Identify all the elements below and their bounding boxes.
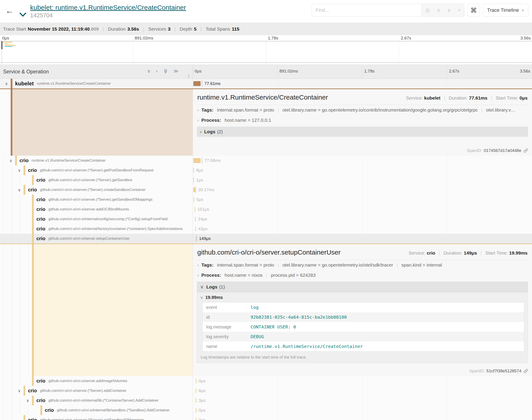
span-name-cell[interactable]: ∨ crio runtime.v1.RuntimeService/CreateC… bbox=[0, 156, 193, 165]
span-row[interactable]: ∨ crio github.com/cri-o/cri-o/server.(*S… bbox=[0, 165, 532, 175]
duration-value: 3.56s bbox=[127, 26, 139, 32]
tags-row[interactable]: › Tags: internal.span.format = proto ote… bbox=[197, 105, 528, 115]
span-bar[interactable] bbox=[193, 187, 195, 192]
span-timeline-cell[interactable]: 0μs bbox=[193, 376, 532, 386]
span-row[interactable]: crio github.com/cri-o/cri-o/server.addIm… bbox=[0, 376, 532, 386]
span-timeline-cell[interactable]: 149μs bbox=[193, 234, 532, 243]
span-timeline-cell[interactable]: 8μs bbox=[193, 165, 532, 175]
span-row[interactable]: crio github.com/cri-o/cri-o/internal/con… bbox=[0, 214, 532, 224]
span-name-cell[interactable]: crio github.com/cri-o/cri-o/server.setup… bbox=[0, 234, 193, 243]
link-icon[interactable] bbox=[524, 369, 528, 373]
chevron-right-icon[interactable]: › bbox=[197, 118, 199, 123]
next-result-icon[interactable]: ∨ bbox=[447, 7, 451, 13]
span-timeline-cell[interactable]: 3μs bbox=[193, 396, 532, 405]
chevron-down-icon[interactable]: ∨ bbox=[18, 388, 24, 393]
span-name-cell[interactable]: crio github.com/cri-o/cri-o/server.(*Ser… bbox=[0, 195, 193, 204]
span-timeline-cell[interactable]: 0μs bbox=[193, 405, 532, 415]
span-bar[interactable] bbox=[196, 378, 196, 383]
process-row[interactable]: › Process: host.name = nixos process.pid… bbox=[197, 270, 528, 280]
clear-find-icon[interactable]: × bbox=[458, 7, 461, 13]
span-row[interactable]: crio github.com/cri-o/cri-o/server.(*Ser… bbox=[0, 415, 532, 420]
span-name-cell[interactable]: crio github.com/cri-o/cri-o/internal/fac… bbox=[0, 224, 193, 234]
span-name-cell[interactable]: ∨ crio github.com/cri-o/cri-o/internal/l… bbox=[0, 396, 193, 405]
span-row[interactable]: crio github.com/cri-o/cri-o/internal/lib… bbox=[0, 405, 532, 415]
span-name-cell[interactable]: ∨ crio github.com/cri-o/cri-o/server.(*S… bbox=[0, 185, 193, 195]
span-id-row: SpanID: 51cf7f38e5128574 bbox=[469, 369, 528, 374]
chevron-down-icon[interactable]: ∨ bbox=[9, 158, 15, 163]
span-row[interactable]: ∨ crio github.com/cri-o/cri-o/server.(*S… bbox=[0, 185, 532, 195]
span-timeline-cell[interactable]: 1μs bbox=[193, 175, 532, 185]
span-name-cell[interactable]: crio github.com/cri-o/cri-o/internal/con… bbox=[0, 214, 193, 224]
span-row[interactable]: crio github.com/cri-o/cri-o/server.(*Ser… bbox=[0, 195, 532, 204]
log-entry-toggle[interactable]: ∨ 19.99ms bbox=[197, 292, 528, 302]
span-name-cell[interactable]: crio github.com/cri-o/cri-o/server.addOC… bbox=[0, 204, 193, 214]
span-name-cell[interactable]: crio github.com/cri-o/cri-o/server.addIm… bbox=[0, 376, 193, 386]
prev-result-icon[interactable]: ∧ bbox=[437, 7, 440, 13]
span-timeline-cell[interactable]: 43μs bbox=[193, 224, 532, 234]
expand-one-icon[interactable]: › bbox=[156, 68, 157, 74]
span-name-cell[interactable]: ∨ kubelet runtime.v1.RuntimeService/Crea… bbox=[0, 79, 193, 89]
span-row[interactable]: ∨ crio github.com/cri-o/cri-o/internal/l… bbox=[0, 396, 532, 405]
span-bar[interactable] bbox=[193, 81, 201, 86]
logs-toggle[interactable]: ∨ Logs (1) bbox=[197, 282, 528, 292]
span-row[interactable]: ∨ kubelet runtime.v1.RuntimeService/Crea… bbox=[0, 79, 532, 89]
span-timeline-cell[interactable]: 77.08ms bbox=[193, 156, 532, 165]
span-bar[interactable] bbox=[195, 217, 196, 222]
minimap-scrubber[interactable] bbox=[1, 41, 2, 49]
span-row[interactable]: crio github.com/cri-o/cri-o/internal/fac… bbox=[0, 224, 532, 234]
chevron-down-icon[interactable]: ∨ bbox=[5, 81, 11, 86]
span-bar[interactable] bbox=[196, 236, 196, 241]
span-bar[interactable] bbox=[196, 408, 196, 413]
service-operation-header: Service & Operation ∨ › ≫ ≫ ‖ bbox=[0, 65, 193, 78]
span-timeline-cell[interactable]: 6μs bbox=[193, 386, 532, 396]
trace-title-link[interactable]: kubelet: runtime.v1.RuntimeService/Creat… bbox=[30, 4, 186, 11]
chevron-right-icon[interactable]: › bbox=[197, 263, 199, 268]
span-bar[interactable] bbox=[196, 418, 196, 420]
collapse-one-icon[interactable]: ∨ bbox=[147, 68, 151, 74]
span-timeline-cell[interactable]: 77.61ms bbox=[193, 79, 532, 89]
span-name-cell[interactable]: crio github.com/cri-o/cri-o/server.(*Ser… bbox=[0, 175, 193, 185]
span-timeline-cell[interactable]: 20.17ms bbox=[193, 185, 532, 195]
span-name-cell[interactable]: ∨ crio github.com/cri-o/cri-o/server.(*S… bbox=[0, 165, 193, 175]
span-bar[interactable] bbox=[193, 178, 194, 182]
span-bar[interactable] bbox=[193, 158, 201, 163]
span-bar[interactable] bbox=[194, 197, 194, 202]
span-timeline-cell[interactable]: 24μs bbox=[193, 214, 532, 224]
span-row[interactable]: crio github.com/cri-o/cri-o/server.(*Ser… bbox=[0, 175, 532, 185]
process-row[interactable]: › Process: host.name = 127.0.0.1 bbox=[197, 115, 528, 125]
chevron-down-icon[interactable]: ∨ bbox=[18, 168, 24, 173]
span-name-cell[interactable]: crio github.com/cri-o/cri-o/server.(*Ser… bbox=[0, 415, 193, 420]
collapse-all-icon[interactable]: ≫ bbox=[162, 69, 168, 74]
span-bar[interactable] bbox=[195, 226, 196, 231]
chevron-right-icon[interactable]: › bbox=[197, 107, 199, 112]
collapse-header-chevron-icon[interactable] bbox=[19, 10, 26, 17]
column-resizer-handle[interactable]: ‖ bbox=[188, 74, 189, 78]
minimap-canvas[interactable] bbox=[0, 41, 532, 63]
logs-toggle[interactable]: › Logs (2) bbox=[197, 127, 528, 137]
span-bar[interactable] bbox=[196, 388, 196, 393]
span-row[interactable]: crio github.com/cri-o/cri-o/server.addOC… bbox=[0, 204, 532, 214]
target-icon[interactable]: ◎ bbox=[425, 7, 430, 13]
span-bar[interactable] bbox=[196, 398, 196, 403]
back-icon[interactable]: ← bbox=[5, 6, 14, 15]
span-timeline-cell[interactable]: 151μs bbox=[193, 204, 532, 214]
link-icon[interactable] bbox=[524, 148, 528, 153]
span-bar[interactable] bbox=[195, 207, 195, 212]
span-row[interactable]: ∨ crio runtime.v1.RuntimeService/CreateC… bbox=[0, 156, 532, 165]
span-name-cell[interactable]: ∨ crio github.com/cri-o/cri-o/server.(*S… bbox=[0, 386, 193, 396]
chevron-down-icon[interactable]: ∨ bbox=[26, 398, 32, 403]
find-input[interactable] bbox=[312, 4, 422, 17]
span-row[interactable]: crio github.com/cri-o/cri-o/server.setup… bbox=[0, 234, 532, 243]
span-timeline-cell[interactable]: 0μs bbox=[193, 415, 532, 420]
view-selector-button[interactable]: Trace Timeline ∨ bbox=[483, 4, 528, 17]
span-row[interactable]: ∨ crio github.com/cri-o/cri-o/server.(*S… bbox=[0, 386, 532, 396]
tag-item: internal.span.format = proto bbox=[217, 262, 274, 268]
chevron-right-icon[interactable]: › bbox=[197, 273, 199, 278]
keyboard-shortcuts-button[interactable]: ⌘ bbox=[468, 4, 480, 17]
span-name-cell[interactable]: crio github.com/cri-o/cri-o/internal/lib… bbox=[0, 405, 193, 415]
chevron-down-icon[interactable]: ∨ bbox=[18, 187, 24, 193]
tags-row[interactable]: › Tags: internal.span.format = proto ote… bbox=[197, 260, 528, 270]
expand-all-icon[interactable]: ≫ bbox=[173, 68, 178, 74]
span-bar[interactable] bbox=[193, 168, 194, 173]
span-timeline-cell[interactable]: 0μs bbox=[193, 195, 532, 204]
